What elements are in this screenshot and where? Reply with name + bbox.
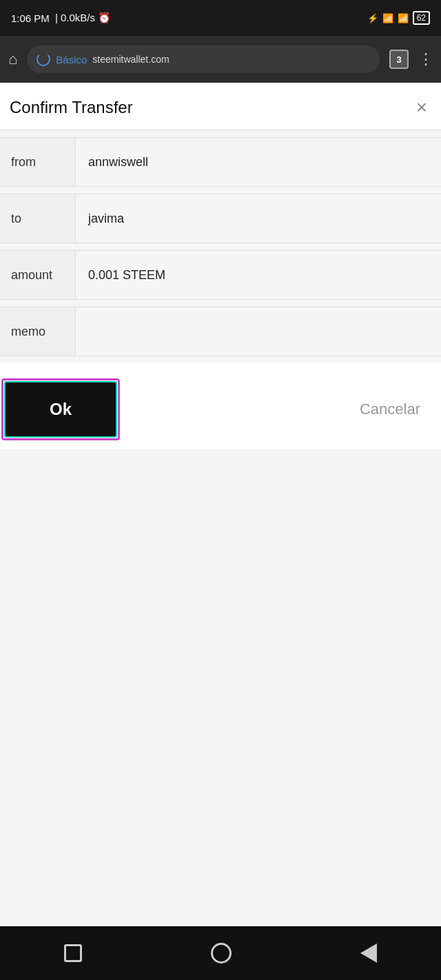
browser-tab-label: Básico xyxy=(56,54,87,65)
status-bar: 1:06 PM | 0.0kB/s ⏰ ⚡ 📶 📶 62 xyxy=(0,0,441,36)
loading-spinner xyxy=(37,52,50,66)
browser-tabs-count[interactable]: 3 xyxy=(389,50,409,69)
form-section: from annwiswell to javima amount 0.001 S… xyxy=(0,130,441,363)
memo-value xyxy=(76,307,441,356)
signal-icon: 📶 xyxy=(382,13,393,23)
signal-icon-2: 📶 xyxy=(398,13,409,23)
memo-row: memo xyxy=(0,307,441,356)
gap-top xyxy=(0,130,441,137)
dialog-title: Confirm Transfer xyxy=(10,98,133,117)
from-value: annwiswell xyxy=(76,138,441,186)
gap-3 xyxy=(0,300,441,307)
to-label: to xyxy=(0,194,76,243)
from-row: from annwiswell xyxy=(0,137,441,187)
nav-back-icon[interactable] xyxy=(360,943,377,963)
status-left: 1:06 PM | 0.0kB/s ⏰ xyxy=(11,12,111,24)
battery-indicator: 62 xyxy=(413,11,430,25)
content-area: Confirm Transfer × from annwiswell to ja… xyxy=(0,83,441,980)
address-bar[interactable]: Básico steemitwallet.com xyxy=(27,45,380,73)
ok-button[interactable]: Ok xyxy=(6,382,116,436)
browser-menu-icon[interactable]: ⋮ xyxy=(418,52,433,67)
amount-value: 0.001 STEEM xyxy=(76,251,441,299)
close-icon[interactable]: × xyxy=(416,98,427,117)
home-icon[interactable]: ⌂ xyxy=(8,50,17,68)
confirm-transfer-dialog: Confirm Transfer × from annwiswell to ja… xyxy=(0,83,441,449)
status-time: 1:06 PM xyxy=(11,12,50,24)
to-row: to javima xyxy=(0,194,441,243)
browser-url: steemitwallet.com xyxy=(92,54,169,65)
gap-2 xyxy=(0,243,441,250)
nav-home-icon[interactable] xyxy=(211,943,232,963)
cancel-button[interactable]: Cancelar xyxy=(360,400,420,418)
ok-button-wrapper: Ok xyxy=(6,382,116,436)
gap-1 xyxy=(0,187,441,194)
status-right: ⚡ 📶 📶 62 xyxy=(367,11,430,25)
bluetooth-icon: ⚡ xyxy=(367,13,378,23)
amount-row: amount 0.001 STEEM xyxy=(0,250,441,300)
status-network: | 0.0kB/s ⏰ xyxy=(55,12,111,24)
dialog-header: Confirm Transfer × xyxy=(0,83,441,130)
amount-label: amount xyxy=(0,251,76,299)
from-label: from xyxy=(0,138,76,186)
nav-bar xyxy=(0,926,441,980)
nav-square-icon[interactable] xyxy=(64,944,82,962)
to-value: javima xyxy=(76,194,441,243)
gap-bottom xyxy=(0,356,441,363)
browser-bar: ⌂ Básico steemitwallet.com 3 ⋮ xyxy=(0,36,441,83)
memo-label: memo xyxy=(0,307,76,356)
buttons-row: Ok Cancelar xyxy=(0,370,441,449)
